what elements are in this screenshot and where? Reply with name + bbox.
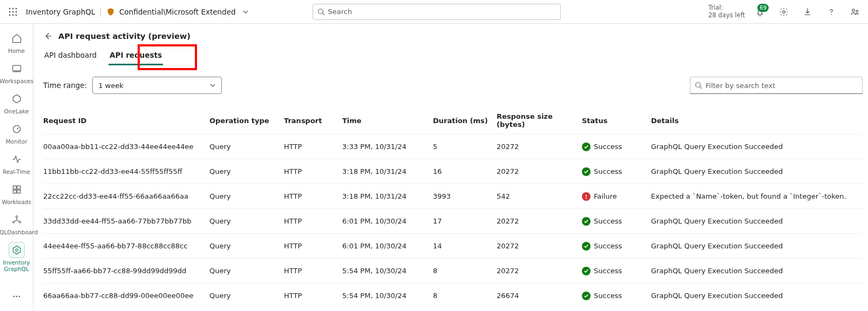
svg-point-13 — [852, 9, 855, 11]
sidebar-item-workloads[interactable]: Workloads — [0, 178, 33, 208]
svg-point-7 — [12, 14, 14, 16]
home-icon — [9, 30, 25, 46]
cell-transport: HTTP — [284, 192, 338, 200]
svg-rect-20 — [13, 190, 16, 193]
status-text: Success — [594, 267, 622, 275]
cell-operation-type: Query — [209, 217, 280, 225]
col-response-size[interactable]: Response size (bytes) — [497, 112, 578, 129]
filter-input[interactable]: Filter by search text — [690, 77, 863, 94]
sidebar-item-monitor[interactable]: Monitor — [0, 118, 33, 148]
svg-line-31 — [700, 87, 702, 89]
table-row[interactable]: 55ff55ff-aa66-bb77-cc88-99dd99dd99ddQuer… — [43, 258, 863, 283]
table-row[interactable]: 11bb11bb-cc22-dd33-ee44-55ff55ff55ffQuer… — [43, 159, 863, 184]
sidebar-item-workspaces[interactable]: Workspaces — [0, 57, 33, 87]
cell-operation-type: Query — [209, 192, 280, 200]
cell-request-id: 11bb11bb-cc22-dd33-ee44-55ff55ff55ff — [43, 167, 205, 175]
table-row[interactable]: 33dd33dd-ee44-ff55-aa66-77bb77bb77bbQuer… — [43, 208, 863, 233]
cell-request-id: 44ee44ee-ff55-aa66-bb77-88cc88cc88cc — [43, 242, 205, 250]
time-range-value: 1 week — [98, 82, 124, 90]
col-details[interactable]: Details — [651, 117, 863, 125]
status-text: Success — [594, 292, 622, 300]
col-transport[interactable]: Transport — [284, 117, 338, 125]
svg-point-14 — [856, 10, 858, 11]
account-button[interactable] — [846, 3, 864, 21]
tab-api-dashboard[interactable]: API dashboard — [43, 49, 98, 64]
download-button[interactable] — [799, 3, 816, 21]
cell-status: Failure — [582, 192, 647, 201]
breadcrumb-separator: | — [99, 8, 102, 16]
col-request-id[interactable]: Request ID — [43, 117, 205, 125]
cell-response-size: 542 — [497, 192, 578, 200]
status-success-icon — [582, 167, 591, 176]
back-button[interactable] — [43, 31, 53, 41]
table-row[interactable]: 66aa66aa-bb77-cc88-dd99-00ee00ee00eeQuer… — [43, 283, 863, 308]
cell-response-size: 20272 — [497, 167, 578, 175]
cell-request-id: 66aa66aa-bb77-cc88-dd99-00ee00ee00ee — [43, 292, 205, 300]
sidebar-item-inventory-graphql[interactable]: Inventory GraphQL — [0, 239, 33, 275]
global-search[interactable]: Search — [313, 4, 561, 20]
cell-status: Success — [582, 143, 647, 151]
svg-point-0 — [9, 8, 11, 9]
status-success-icon — [582, 267, 591, 275]
realtime-icon — [9, 151, 25, 167]
cell-response-size: 20272 — [497, 217, 578, 225]
svg-point-11 — [783, 10, 785, 13]
notifications-button[interactable]: 69 — [751, 3, 769, 21]
sidebar-item-home[interactable]: Home — [0, 27, 33, 57]
trial-status[interactable]: Trial: 28 days left — [708, 4, 745, 18]
svg-marker-25 — [13, 246, 20, 254]
cell-duration: 5 — [433, 143, 492, 151]
status-success-icon — [582, 143, 591, 151]
cell-request-id: 33dd33dd-ee44-ff55-aa66-77bb77bb77bb — [43, 217, 205, 225]
status-success-icon — [582, 217, 591, 226]
cell-time: 5:54 PM, 10/30/24 — [342, 292, 429, 300]
sidebar-item-realtime[interactable]: Real-Time — [0, 148, 33, 178]
cell-details: GraphQL Query Execution Succeeded — [651, 242, 863, 250]
svg-point-9 — [318, 9, 323, 13]
sidebar-item-onelake[interactable]: OneLake — [0, 87, 33, 118]
time-range-select[interactable]: 1 week — [92, 77, 222, 94]
col-time[interactable]: Time — [342, 117, 429, 125]
cell-details: GraphQL Query Execution Succeeded — [651, 267, 863, 275]
col-duration[interactable]: Duration (ms) — [433, 117, 492, 125]
onelake-icon — [9, 91, 25, 107]
svg-point-5 — [16, 11, 17, 12]
svg-rect-18 — [13, 186, 16, 189]
sidebar-item-gqldashboard[interactable]: GQLDashboard — [0, 208, 33, 239]
table-row[interactable]: 00aa00aa-bb11-cc22-dd33-44ee44ee44eeQuer… — [43, 134, 863, 159]
page-title: API request activity (preview) — [58, 32, 191, 40]
svg-point-33 — [586, 198, 587, 199]
settings-button[interactable] — [775, 3, 792, 21]
time-range-label: Time range: — [43, 81, 87, 90]
sidebar-more-button[interactable] — [0, 285, 33, 308]
app-launcher-button[interactable] — [4, 3, 22, 21]
cell-details: GraphQL Query Execution Succeeded — [651, 167, 863, 175]
cell-time: 3:18 PM, 10/31/24 — [342, 167, 429, 175]
cell-transport: HTTP — [284, 267, 338, 275]
svg-point-1 — [12, 8, 14, 9]
cell-duration: 16 — [433, 167, 492, 175]
tab-api-requests[interactable]: API requests — [109, 49, 163, 65]
svg-point-6 — [9, 14, 11, 16]
top-right-controls: Trial: 28 days left 69 — [708, 3, 864, 21]
workloads-icon — [9, 181, 25, 198]
cell-transport: HTTP — [284, 217, 338, 225]
table-row[interactable]: 22cc22cc-dd33-ee44-ff55-66aa66aa66aaQuer… — [43, 184, 863, 208]
col-operation-type[interactable]: Operation type — [209, 117, 280, 125]
sensitivity-label[interactable]: Confidential\Microsoft Extended — [119, 8, 236, 16]
main-content: API request activity (preview) API dashb… — [33, 24, 868, 311]
cell-request-id: 00aa00aa-bb11-cc22-dd33-44ee44ee44ee — [43, 143, 205, 151]
cell-status: Success — [582, 217, 647, 226]
cell-response-size: 26674 — [497, 292, 578, 300]
breadcrumb-item[interactable]: Inventory GraphQL — [26, 8, 95, 16]
graphql-icon — [9, 242, 25, 258]
help-button[interactable] — [823, 3, 840, 21]
table-header: Request ID Operation type Transport Time… — [43, 109, 863, 134]
table-row[interactable]: 44ee44ee-ff55-aa66-bb77-88cc88cc88ccQuer… — [43, 233, 863, 258]
col-status[interactable]: Status — [582, 117, 647, 125]
search-placeholder: Search — [328, 8, 352, 16]
cell-time: 3:18 PM, 10/31/24 — [342, 192, 429, 200]
cell-transport: HTTP — [284, 242, 338, 250]
svg-point-30 — [696, 83, 701, 87]
chevron-down-icon[interactable] — [242, 9, 249, 15]
